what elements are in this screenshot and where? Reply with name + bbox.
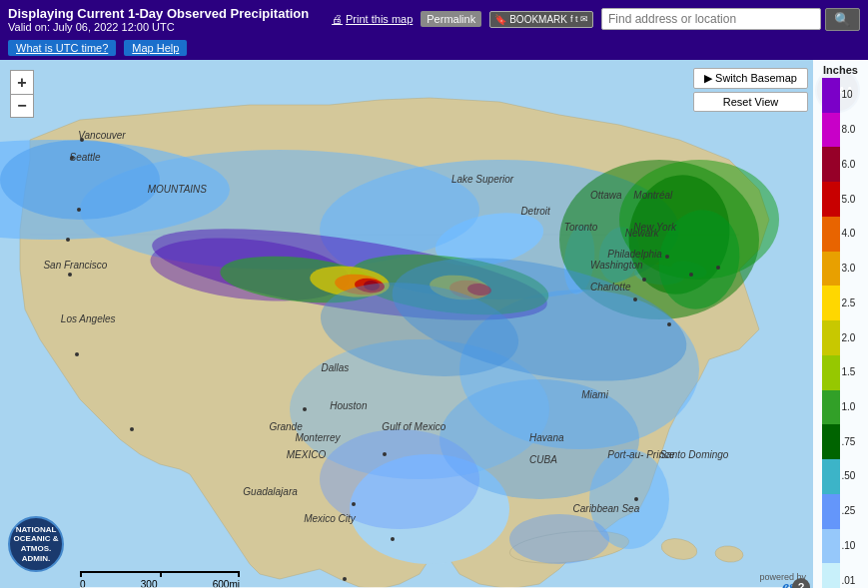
header-actions: 🖨 Print this map Permalink 🔖 BOOKMARK f …: [332, 8, 860, 31]
arrow-icon: ▶: [704, 72, 715, 84]
map-canvas: [0, 60, 868, 588]
header-info: Displaying Current 1-Day Observed Precip…: [8, 6, 309, 33]
legend-item: 4.0: [822, 217, 860, 252]
legend-item: 2.0: [822, 320, 860, 355]
legend-item: .50: [822, 459, 860, 494]
printer-icon: 🖨: [332, 13, 343, 25]
legend-title: Inches: [823, 60, 858, 78]
header: Displaying Current 1-Day Observed Precip…: [0, 0, 868, 38]
map-container[interactable]: + − ▶ Switch Basemap Reset View NOAA Inc…: [0, 60, 868, 588]
social-icons: f t ✉: [570, 14, 588, 24]
switch-basemap-button[interactable]: ▶ Switch Basemap: [693, 68, 808, 89]
search-icon: 🔍: [834, 12, 851, 27]
legend-item: .75: [822, 424, 860, 459]
zoom-out-button[interactable]: −: [10, 94, 34, 118]
valid-date: Valid on: July 06, 2022 12:00 UTC: [8, 21, 309, 33]
bookmark-icon: 🔖: [494, 14, 506, 25]
noaa-circle-label: NATIONALOCEANIC &ATMOS.ADMIN.: [14, 525, 59, 563]
map-title: Displaying Current 1-Day Observed Precip…: [8, 6, 309, 21]
search-button[interactable]: 🔍: [825, 8, 860, 31]
scale-line: [80, 571, 240, 577]
permalink-button[interactable]: Permalink: [421, 11, 481, 27]
legend-item: 5.0: [822, 182, 860, 217]
scale-midpoint: [160, 573, 162, 577]
legend-item: .10: [822, 529, 860, 564]
legend-item: 1.5: [822, 355, 860, 390]
noaa-logo-bottom: NATIONALOCEANIC &ATMOS.ADMIN.: [8, 516, 64, 572]
legend-bar: 108.06.05.04.03.02.52.01.51.0.75.50.25.1…: [822, 78, 860, 588]
legend: Inches 108.06.05.04.03.02.52.01.51.0.75.…: [813, 60, 868, 588]
legend-item: 3.0: [822, 252, 860, 287]
legend-item: 2.5: [822, 286, 860, 320]
legend-item: .01: [822, 563, 860, 588]
sub-header: What is UTC time? Map Help: [0, 38, 868, 60]
utc-time-button[interactable]: What is UTC time?: [8, 40, 116, 56]
zoom-controls: + −: [10, 70, 34, 118]
zoom-in-button[interactable]: +: [10, 70, 34, 94]
reset-view-button[interactable]: Reset View: [693, 92, 808, 112]
legend-item: 1.0: [822, 390, 860, 425]
legend-item: .25: [822, 494, 860, 529]
legend-item: 8.0: [822, 113, 860, 148]
bookmark-button[interactable]: 🔖 BOOKMARK f t ✉: [489, 11, 593, 28]
map-controls: ▶ Switch Basemap Reset View: [693, 68, 808, 112]
search-bar: 🔍: [601, 8, 860, 31]
legend-item: 6.0: [822, 147, 860, 182]
search-input[interactable]: [601, 8, 821, 30]
noaa-circle: NATIONALOCEANIC &ATMOS.ADMIN.: [8, 516, 64, 572]
scale-bar: 0300600mi: [80, 571, 240, 588]
legend-item: 10: [822, 78, 860, 113]
print-button[interactable]: 🖨 Print this map: [332, 13, 413, 25]
map-help-button[interactable]: Map Help: [124, 40, 187, 56]
